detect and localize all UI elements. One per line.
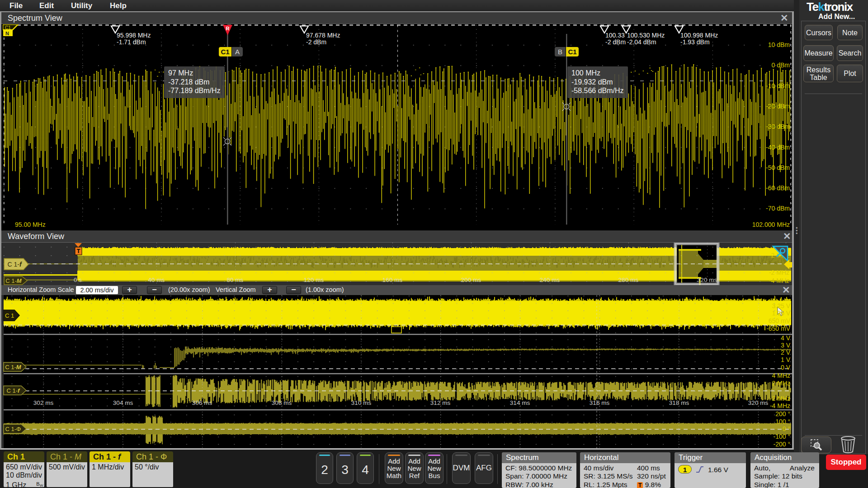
svg-text:320 ms: 320 ms xyxy=(748,399,769,406)
svg-text:C 1-f: C 1-f xyxy=(7,387,21,394)
svg-text:C 1-Φ: C 1-Φ xyxy=(5,426,21,432)
svg-text:304 ms: 304 ms xyxy=(113,399,133,406)
svg-text:-650 mV: -650 mV xyxy=(766,325,791,332)
svg-text:R: R xyxy=(226,26,230,31)
svg-text:314 ms: 314 ms xyxy=(510,399,530,406)
svg-text:80 ms: 80 ms xyxy=(227,277,244,283)
svg-text:-2 MHz: -2 MHz xyxy=(769,269,789,276)
svg-text:N: N xyxy=(5,31,9,36)
svg-text:-4 MHz: -4 MHz xyxy=(769,277,789,284)
svg-text:-2 MHz: -2 MHz xyxy=(770,395,790,402)
svg-text:C 1-M: C 1-M xyxy=(5,277,22,284)
svg-text:120 ms: 120 ms xyxy=(304,277,324,283)
svg-text:650 mV: 650 mV xyxy=(769,317,791,324)
svg-text:-100 °: -100 ° xyxy=(773,433,790,440)
svg-text:C 1: C 1 xyxy=(5,312,14,319)
svg-text:2 MHz: 2 MHz xyxy=(772,380,790,387)
svg-text:280 ms: 280 ms xyxy=(618,277,639,283)
svg-text:306 ms: 306 ms xyxy=(192,399,212,406)
svg-text:0 °: 0 ° xyxy=(783,425,790,432)
svg-text:-200 °: -200 ° xyxy=(773,441,790,448)
svg-text:302 ms: 302 ms xyxy=(33,399,54,406)
svg-text:C 1-M: C 1-M xyxy=(5,364,22,371)
svg-text:312 ms: 312 ms xyxy=(430,399,451,406)
svg-text:316 ms: 316 ms xyxy=(590,399,610,406)
svg-text:200 °: 200 ° xyxy=(775,410,790,418)
svg-text:40 ms: 40 ms xyxy=(148,277,165,283)
svg-text:0 s: 0 s xyxy=(74,277,82,283)
svg-text:160 ms: 160 ms xyxy=(382,277,403,283)
svg-text:3 V: 3 V xyxy=(781,342,791,349)
svg-text:318 ms: 318 ms xyxy=(669,399,689,406)
svg-text:4 MHz: 4 MHz xyxy=(772,372,790,379)
svg-text:308 ms: 308 ms xyxy=(272,399,292,406)
svg-text:-4 MHz: -4 MHz xyxy=(770,402,790,409)
svg-text:0 V: 0 V xyxy=(781,364,791,371)
svg-text:4 V: 4 V xyxy=(781,334,791,342)
svg-text:C 1-f: C 1-f xyxy=(7,261,22,268)
svg-text:310 ms: 310 ms xyxy=(351,399,372,406)
svg-text:1 V: 1 V xyxy=(781,356,791,363)
svg-text:C1: C1 xyxy=(5,25,11,30)
svg-text:1.95 V: 1.95 V xyxy=(772,310,791,317)
svg-text:320 ms: 320 ms xyxy=(697,277,717,283)
svg-text:2 V: 2 V xyxy=(781,349,791,356)
svg-text:200 ms: 200 ms xyxy=(461,277,481,283)
svg-text:240 ms: 240 ms xyxy=(540,277,560,283)
svg-text:3.25 V: 3.25 V xyxy=(772,302,791,310)
svg-text:100 °: 100 ° xyxy=(775,418,790,425)
svg-text:T: T xyxy=(77,248,80,254)
